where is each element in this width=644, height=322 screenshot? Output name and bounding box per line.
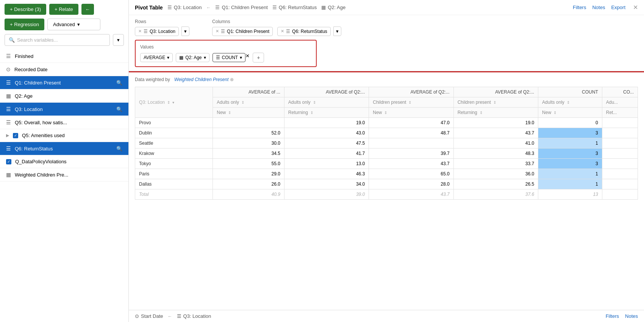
search-input[interactable] xyxy=(17,37,106,43)
sort-icon[interactable]: ⇕ xyxy=(408,100,411,105)
values-row: AVERAGE ▾ ▦ Q2: Age ▾ ☰ COUNT ▾ ✕ xyxy=(140,53,311,63)
data-cell: 1 xyxy=(538,179,602,189)
location-cell: Dallas xyxy=(135,179,213,189)
add-value-button[interactable]: + xyxy=(253,53,264,63)
location-cell: Paris xyxy=(135,169,213,179)
advanced-dropdown[interactable]: Advanced ▾ xyxy=(47,19,100,30)
relate-button[interactable]: + Relate xyxy=(49,4,78,15)
columns-tag-q6[interactable]: ✕ ☰ Q6: ReturnStatus xyxy=(277,27,331,36)
search-box[interactable]: 🔍 xyxy=(5,34,110,46)
sidebar-item-recorded-date[interactable]: ⊙ Recorded Date xyxy=(0,63,128,76)
bar-chart-icon: ▦ xyxy=(179,55,183,60)
sidebar-item-finished[interactable]: ☰ Finished xyxy=(0,50,128,63)
breadcrumb-q2-label: Q2: Age xyxy=(328,5,345,10)
chevron-down-icon[interactable]: ▾ xyxy=(172,100,174,105)
col-header-count: COUNT xyxy=(538,87,602,97)
regression-button[interactable]: + Regression xyxy=(5,19,44,30)
sidebar-item-label: Q6: ReturnStatus xyxy=(15,146,113,152)
location-cell: Krakow xyxy=(135,148,213,159)
clock-icon: ⊙ xyxy=(135,313,139,319)
bottom-start-date: ⊙ Start Date xyxy=(135,313,163,319)
search-icon-right[interactable]: 🔍 xyxy=(116,80,122,86)
notes-link[interactable]: Notes xyxy=(592,5,605,10)
sidebar-item-label: Q5: Overall, how satis... xyxy=(15,120,122,125)
location-cell: Provo xyxy=(135,118,213,128)
sub-header-2: Adults only ⇕ xyxy=(284,97,369,108)
location-col-label: Q3: Location xyxy=(139,100,165,105)
bottom-filters-link[interactable]: Filters xyxy=(606,313,619,319)
sort-icon[interactable]: ⇕ xyxy=(384,111,387,115)
export-link[interactable]: Export xyxy=(611,5,625,10)
chevron-down-icon: ▾ xyxy=(240,55,242,60)
expand-arrow-icon[interactable]: ▶ xyxy=(6,133,9,138)
table-row: Krakow34.541.739.748.33 xyxy=(135,148,638,159)
search-icon-right[interactable]: 🔍 xyxy=(116,106,122,112)
tertiary-header-5: New ⇕ xyxy=(538,108,602,118)
weight-remove-icon[interactable]: ⊗ xyxy=(230,77,234,82)
sort-icon[interactable]: ⇕ xyxy=(493,100,496,105)
panel-actions: Filters Notes Export ✕ xyxy=(573,4,638,11)
sidebar-item-q1-children-present[interactable]: ☰ Q1: Children Present 🔍 xyxy=(0,76,128,89)
sort-icon[interactable]: ⇕ xyxy=(228,111,231,115)
data-section[interactable]: Data weighted by Weighted Children Prese… xyxy=(129,72,644,310)
data-cell xyxy=(369,138,453,148)
filters-link[interactable]: Filters xyxy=(573,5,586,10)
tag-x-icon[interactable]: ✕ xyxy=(281,29,284,34)
rows-tag[interactable]: ✕ ☰ Q3: Location xyxy=(135,27,179,36)
q2-age-value-tag[interactable]: ▦ Q2: Age ▾ xyxy=(176,53,209,62)
data-cell: 26.5 xyxy=(453,179,538,189)
sort-icon[interactable]: ⇕ xyxy=(241,100,244,105)
sort-icon[interactable]: ⇕ xyxy=(553,111,556,115)
average-value-tag[interactable]: AVERAGE ▾ xyxy=(140,53,173,62)
location-cell: Total xyxy=(135,189,213,200)
data-cell: 43.7 xyxy=(369,159,453,169)
rows-config: Rows ✕ ☰ Q3: Location ▾ xyxy=(135,19,189,36)
describe-button[interactable]: + Describe (3) xyxy=(5,4,46,15)
tag-x-icon[interactable]: ✕ xyxy=(138,29,142,34)
sidebar-item-q2-age[interactable]: ▦ Q2: Age xyxy=(0,89,128,103)
columns-dropdown[interactable]: ▾ xyxy=(333,27,341,36)
data-cell: 29.0 xyxy=(213,169,284,179)
sidebar-item-label: Weighted Children Pre... xyxy=(15,172,122,178)
data-cell: 39.7 xyxy=(369,148,453,159)
sidebar-search-row: 🔍 ▾ xyxy=(0,34,128,50)
tag-x-icon[interactable]: ✕ xyxy=(216,29,219,34)
data-cell xyxy=(602,189,638,200)
search-icon-right[interactable]: 🔍 xyxy=(116,146,122,152)
sidebar-item-datapolicy[interactable]: ✓ Q_DataPolicyViolations xyxy=(0,155,128,168)
data-cell xyxy=(602,179,638,189)
bottom-q3-label: Q3: Location xyxy=(183,313,211,319)
sidebar-item-weighted-children[interactable]: ▦ Weighted Children Pre... xyxy=(0,168,128,181)
sort-icon[interactable]: ⇕ xyxy=(167,100,170,105)
count-remove-icon[interactable]: ✕ xyxy=(245,53,250,62)
list-icon: ☰ xyxy=(177,313,181,319)
breadcrumb-q3-location: ☰ Q3: Location xyxy=(167,5,202,10)
sidebar-item-q6-returnstatus[interactable]: ☰ Q6: ReturnStatus 🔍 xyxy=(0,142,128,155)
data-cell: 13.0 xyxy=(284,159,369,169)
data-cell: 47.0 xyxy=(369,118,453,128)
q2-age-label: Q2: Age xyxy=(185,55,202,60)
list-icon: ☰ xyxy=(6,80,11,86)
breadcrumb-q6: ☰ Q6: ReturnStatus xyxy=(272,5,317,10)
sidebar-item-q3-location[interactable]: ☰ Q3: Location 🔍 xyxy=(0,103,128,116)
arrow-button[interactable]: ← xyxy=(81,4,94,15)
bottom-actions: Filters Notes xyxy=(606,313,638,319)
sort-icon[interactable]: ⇕ xyxy=(567,100,570,105)
rows-dropdown[interactable]: ▾ xyxy=(181,27,189,36)
columns-tag-q1[interactable]: ✕ ☰ Q1: Children Present xyxy=(212,27,273,36)
filter-dropdown-button[interactable]: ▾ xyxy=(113,34,124,46)
data-cell: 46.3 xyxy=(284,169,369,179)
count-value-tag[interactable]: ☰ COUNT ▾ xyxy=(213,53,246,62)
data-cell: 43.7 xyxy=(369,189,453,200)
values-label: Values xyxy=(140,44,311,50)
table-row: Seattle30.047.541.01 xyxy=(135,138,638,148)
sidebar-item-q5-amenities[interactable]: ▶ ✓ Q5: Amenities used xyxy=(0,129,128,142)
close-icon[interactable]: ✕ xyxy=(633,4,638,11)
sort-icon[interactable]: ⇕ xyxy=(313,100,316,105)
sidebar-list: ☰ Finished ⊙ Recorded Date ☰ Q1: Childre… xyxy=(0,50,128,322)
sort-icon[interactable]: ⇕ xyxy=(310,111,313,115)
data-cell: 3 xyxy=(538,128,602,138)
sort-icon[interactable]: ⇕ xyxy=(480,111,483,115)
bottom-notes-link[interactable]: Notes xyxy=(625,313,638,319)
sidebar-item-q5-overall[interactable]: ☰ Q5: Overall, how satis... xyxy=(0,116,128,129)
